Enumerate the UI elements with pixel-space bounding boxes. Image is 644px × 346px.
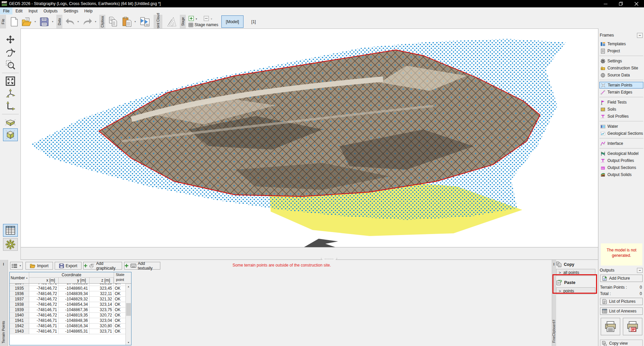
- frames-item-soils[interactable]: Soils: [599, 106, 643, 113]
- menu-settings[interactable]: Settings: [61, 7, 81, 14]
- print-button[interactable]: [601, 318, 620, 335]
- import-button[interactable]: Import: [25, 262, 53, 270]
- panel-grip[interactable]: I: [3, 263, 4, 266]
- menu-input[interactable]: Input: [25, 7, 41, 14]
- copy-button[interactable]: [107, 16, 119, 27]
- add-textually-button[interactable]: Add textually: [124, 262, 160, 270]
- frames-item-soil-profiles[interactable]: Soil Profiles: [599, 113, 643, 120]
- copy-all-points-button[interactable]: > all points: [556, 269, 595, 276]
- table-row[interactable]: 1939-748146,71-1048867,36323,75OK: [10, 307, 125, 313]
- column-header-x[interactable]: x [m]: [29, 278, 59, 283]
- model-stage-button[interactable]: [Model]: [221, 15, 244, 28]
- pan-tool-button[interactable]: [3, 34, 18, 46]
- menu-help[interactable]: Help: [81, 7, 96, 14]
- remove-stage-button[interactable]: [204, 16, 209, 22]
- clipboard-grip[interactable]: I: [553, 263, 554, 266]
- paste-dropdown[interactable]: ▼: [133, 16, 138, 27]
- column-header-state[interactable]: State point: [114, 272, 126, 283]
- frames-minimize-button[interactable]: –: [637, 33, 643, 38]
- perspective-view-button[interactable]: [3, 116, 18, 129]
- clipboard-splitter[interactable]: I FineClipboard™: [552, 260, 556, 346]
- frames-item-project[interactable]: Project: [599, 48, 643, 54]
- table-row[interactable]: 1941-748146,71-1048848,36323,04OK: [10, 318, 125, 324]
- table-scrollbar[interactable]: ▲ ▼: [125, 284, 131, 345]
- table-row[interactable]: 1940-748146,72-1048819,35320,72OK: [10, 313, 125, 318]
- restore-button[interactable]: [613, 0, 629, 7]
- bottom-panel-tab[interactable]: I Terrain Points: [0, 260, 8, 346]
- table-row[interactable]: 1942-748146,71-1048816,34320,80OK: [10, 324, 125, 329]
- stage-1-button[interactable]: [1]: [248, 15, 260, 28]
- minimize-button[interactable]: [598, 0, 613, 7]
- open-file-button[interactable]: [21, 16, 33, 27]
- menu-outputs[interactable]: Outputs: [41, 7, 61, 14]
- frames-item-construction-site[interactable]: Construction Site: [599, 65, 643, 71]
- cell-number: 1934: [10, 284, 29, 286]
- print-with-annotation-button[interactable]: [623, 318, 642, 335]
- frames-item-water[interactable]: Water: [599, 123, 643, 130]
- redo-button[interactable]: [82, 16, 93, 27]
- add-stage-dropdown[interactable]: ▼: [195, 18, 198, 20]
- add-picture-button[interactable]: Add Picture: [600, 275, 643, 282]
- paste-special-button[interactable]: [139, 16, 152, 27]
- frames-item-terrain-edges[interactable]: Terrain Edges: [599, 89, 643, 96]
- zoom-window-button[interactable]: [3, 58, 18, 71]
- table-row[interactable]: 1934-748146,72-1048883,33325,15OK: [10, 284, 125, 286]
- new-file-button[interactable]: [9, 16, 19, 27]
- remove-stage-dropdown[interactable]: ▼: [210, 18, 213, 20]
- scrollbar-thumb[interactable]: [126, 303, 131, 316]
- outputs-minimize-button[interactable]: –: [637, 268, 643, 273]
- plan-axes-button[interactable]: [3, 100, 18, 112]
- open-dropdown[interactable]: ▼: [33, 16, 38, 27]
- frames-item-output-profiles[interactable]: Output Profiles: [599, 157, 643, 164]
- paste-points-button[interactable]: > points: [556, 287, 595, 294]
- close-button[interactable]: [629, 0, 644, 7]
- frames-item-output-sections[interactable]: Output Sections: [599, 164, 643, 171]
- frames-item-source-data[interactable]: Source Data: [599, 72, 643, 78]
- frames-item-geological-sections[interactable]: Geological Sections: [599, 130, 643, 137]
- table-view-button[interactable]: [3, 224, 18, 237]
- fit-to-window-button[interactable]: [3, 75, 18, 88]
- list-of-pictures-button[interactable]: List of Pictures: [600, 298, 643, 305]
- model-viewport[interactable]: [21, 28, 598, 247]
- redo-dropdown[interactable]: ▼: [93, 16, 98, 27]
- menu-edit[interactable]: Edit: [12, 7, 25, 14]
- export-button[interactable]: Export: [55, 262, 82, 270]
- column-header-z[interactable]: z [m]: [90, 278, 114, 283]
- frames-item-geological-model[interactable]: Geological Model: [599, 150, 643, 157]
- table-row[interactable]: 1943-748146,71-1048865,31323,71OK: [10, 329, 125, 334]
- save-dropdown[interactable]: ▼: [50, 16, 55, 27]
- stage-names-label[interactable]: Stage names: [195, 22, 218, 27]
- menu-file[interactable]: File: [0, 7, 12, 14]
- drawing-settings-button[interactable]: [3, 238, 18, 251]
- frames-item-output-solids[interactable]: Output Solids: [599, 171, 643, 178]
- points-table[interactable]: Number▲ Coordinate x [m] y [m] z [m] Sta…: [9, 272, 131, 345]
- copy-view-button[interactable]: Copy view: [600, 340, 643, 346]
- undo-button[interactable]: [64, 16, 76, 27]
- axonometry-axes-button[interactable]: [3, 87, 18, 100]
- list-of-annexes-button[interactable]: List of Annexes: [600, 307, 643, 315]
- column-header-y[interactable]: y [m]: [59, 278, 90, 283]
- frames-item-terrain-points[interactable]: Terrain Points: [599, 82, 643, 89]
- table-row[interactable]: 1937-748146,72-1048829,32321,32OK: [10, 297, 125, 302]
- table-row[interactable]: 1938-748146,72-1048854,34323,14OK: [10, 302, 125, 307]
- frames-item-interface[interactable]: Interface: [599, 140, 643, 147]
- scroll-up-icon[interactable]: ▲: [126, 284, 131, 289]
- save-button[interactable]: [38, 16, 50, 27]
- add-graphically-button[interactable]: Add graphically: [83, 262, 122, 270]
- point-cloud-button[interactable]: [164, 16, 178, 27]
- frames-item-settings[interactable]: Settings: [599, 58, 643, 64]
- axonometric-view-button[interactable]: [3, 128, 18, 141]
- paste-button[interactable]: [121, 16, 133, 27]
- rotate-tool-button[interactable]: [3, 46, 18, 59]
- table-row[interactable]: 1936-748146,72-1048839,34322,11OK: [10, 291, 125, 297]
- frames-item-templates[interactable]: Templates: [599, 41, 643, 47]
- undo-dropdown[interactable]: ▼: [76, 16, 80, 27]
- list-options-button[interactable]: ▼: [10, 262, 23, 270]
- column-header-number[interactable]: Number▲: [10, 272, 29, 283]
- frames-item-field-tests[interactable]: Field Tests: [599, 99, 643, 106]
- add-stage-button[interactable]: [189, 16, 194, 22]
- scroll-down-icon[interactable]: ▼: [126, 340, 131, 345]
- horizontal-splitter[interactable]: [21, 247, 598, 260]
- stage-names-icon[interactable]: [189, 23, 193, 27]
- table-row[interactable]: 1935-748146,72-1048860,41323,45OK: [10, 286, 125, 291]
